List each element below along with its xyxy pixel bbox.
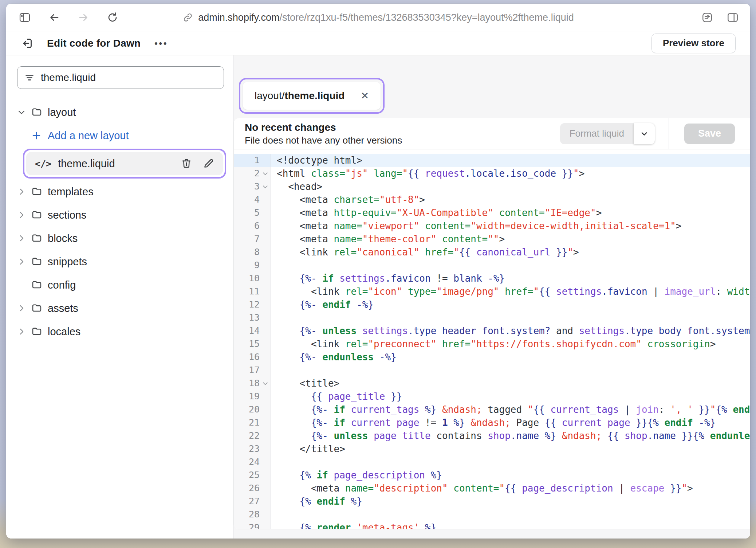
code-line[interactable]: 16 {%- endunless -%} bbox=[234, 351, 750, 364]
code-line[interactable]: 5 <meta http-equiv="X-UA-Compatible" con… bbox=[234, 206, 750, 219]
tree-item-label: locales bbox=[48, 326, 80, 338]
line-number: 11 bbox=[234, 285, 260, 298]
format-liquid-button[interactable]: Format liquid bbox=[560, 123, 634, 144]
code-line-source: {% render 'meta-tags' %} bbox=[271, 521, 750, 529]
add-new-layout-button[interactable]: Add a new layout bbox=[6, 124, 233, 147]
tree-chevron[interactable] bbox=[17, 187, 31, 196]
code-line[interactable]: 3 <head> bbox=[234, 180, 750, 193]
save-button[interactable]: Save bbox=[684, 124, 735, 144]
code-line[interactable]: 29 {% render 'meta-tags' %} bbox=[234, 521, 750, 529]
tree-item-label: templates bbox=[48, 186, 94, 198]
sidebar-item-theme-liquid[interactable]: </>theme.liquid bbox=[26, 152, 223, 175]
code-line-source: {% endif %} bbox=[271, 495, 750, 508]
tree-chevron[interactable] bbox=[17, 211, 31, 219]
code-line[interactable]: 27 {% endif %} bbox=[234, 495, 750, 508]
sidebar-item-templates[interactable]: templates bbox=[6, 180, 233, 203]
more-actions-button[interactable]: ••• bbox=[154, 39, 168, 48]
code-line[interactable]: 15 <link rel="preconnect" href="https://… bbox=[234, 337, 750, 351]
close-icon[interactable]: ✕ bbox=[361, 91, 369, 101]
code-line-source: {%- if current_tags %} &ndash; tagged "{… bbox=[271, 403, 750, 416]
code-line[interactable]: 22 {%- unless page_title contains shop.n… bbox=[234, 429, 750, 442]
line-gutter: 12 bbox=[234, 298, 271, 311]
line-gutter: 7 bbox=[234, 232, 271, 246]
line-gutter: 28 bbox=[234, 508, 271, 521]
line-gutter: 23 bbox=[234, 442, 271, 455]
tree-chevron[interactable] bbox=[17, 257, 31, 266]
code-line[interactable]: 24 bbox=[234, 455, 750, 469]
code-line[interactable]: 20 {%- if current_tags %} &ndash; tagged… bbox=[234, 403, 750, 416]
code-line[interactable]: 7 <meta name="theme-color" content=""> bbox=[234, 232, 750, 246]
line-number: 14 bbox=[234, 324, 260, 337]
code-line-source: <html class="js" lang="{{ request.locale… bbox=[271, 167, 750, 180]
reload-button[interactable] bbox=[107, 12, 118, 23]
plus-icon bbox=[31, 130, 42, 141]
file-tree: layoutAdd a new layout</>theme.liquidtem… bbox=[6, 101, 233, 343]
sidebar-toggle-icon[interactable] bbox=[19, 12, 31, 23]
back-button[interactable] bbox=[48, 12, 60, 23]
chevron-right-icon bbox=[17, 257, 26, 266]
sidebar-item-layout[interactable]: layout bbox=[6, 101, 233, 124]
delete-file-button[interactable] bbox=[181, 158, 192, 169]
fold-toggle[interactable] bbox=[260, 171, 271, 177]
line-gutter: 24 bbox=[234, 455, 271, 469]
line-number: 18 bbox=[234, 377, 260, 390]
line-number: 24 bbox=[234, 455, 260, 469]
code-line[interactable]: 12 {%- endif -%} bbox=[234, 298, 750, 311]
code-line[interactable]: 28 bbox=[234, 508, 750, 521]
code-line[interactable]: 6 <meta name="viewport" content="width=d… bbox=[234, 219, 750, 232]
code-line[interactable]: 26 <meta name="description" content="{{ … bbox=[234, 482, 750, 495]
code-line-source: {%- if settings.favicon != blank -%} bbox=[271, 272, 750, 285]
file-sidebar: layoutAdd a new layout</>theme.liquidtem… bbox=[6, 55, 234, 539]
sidebar-item-assets[interactable]: assets bbox=[6, 297, 233, 320]
address-bar[interactable]: admin.shopify.com/store/rzq1xu-f5/themes… bbox=[182, 4, 574, 31]
sidebar-right-toggle-icon[interactable] bbox=[727, 12, 739, 23]
code-line-source: <meta name="theme-color" content=""> bbox=[271, 232, 750, 246]
search-input[interactable] bbox=[41, 72, 217, 83]
preview-store-button[interactable]: Preview store bbox=[651, 34, 736, 53]
sidebar-item-blocks[interactable]: blocks bbox=[6, 227, 233, 250]
tree-chevron[interactable] bbox=[17, 327, 31, 336]
code-line[interactable]: 10 {%- if settings.favicon != blank -%} bbox=[234, 272, 750, 285]
sidebar-item-snippets[interactable]: snippets bbox=[6, 250, 233, 273]
code-line[interactable]: 18 <title> bbox=[234, 377, 750, 390]
code-line[interactable]: 14 {%- unless settings.type_header_font.… bbox=[234, 324, 750, 337]
code-area[interactable]: 1<!doctype html>2<html class="js" lang="… bbox=[234, 149, 750, 529]
tree-chevron[interactable] bbox=[17, 108, 31, 117]
code-line[interactable]: 25 {% if page_description %} bbox=[234, 469, 750, 482]
code-line[interactable]: 21 {%- if current_page != 1 %} &ndash; P… bbox=[234, 416, 750, 429]
sidebar-item-locales[interactable]: locales bbox=[6, 320, 233, 343]
line-number: 1 bbox=[234, 154, 260, 167]
fold-toggle[interactable] bbox=[260, 380, 271, 387]
code-line[interactable]: 17 bbox=[234, 364, 750, 377]
chevron-right-icon bbox=[17, 327, 26, 336]
code-line[interactable]: 8 <link rel="canonical" href="{{ canonic… bbox=[234, 246, 750, 259]
code-line[interactable]: 13 bbox=[234, 311, 750, 324]
version-status: No recent changes File does not have any… bbox=[234, 118, 560, 149]
line-gutter: 2 bbox=[234, 167, 271, 180]
code-line[interactable]: 2<html class="js" lang="{{ request.local… bbox=[234, 167, 750, 180]
rename-file-button[interactable] bbox=[202, 158, 214, 169]
sidebar-item-config[interactable]: config bbox=[6, 273, 233, 297]
code-line[interactable]: 1<!doctype html> bbox=[234, 154, 750, 167]
tree-chevron[interactable] bbox=[17, 304, 31, 313]
exit-editor-icon[interactable] bbox=[21, 37, 34, 50]
forward-button[interactable] bbox=[78, 12, 89, 23]
file-search-box[interactable] bbox=[17, 66, 224, 89]
sidebar-item-sections[interactable]: sections bbox=[6, 203, 233, 227]
fold-toggle[interactable] bbox=[260, 184, 271, 190]
code-line[interactable]: 11 <link rel="icon" type="image/png" hre… bbox=[234, 285, 750, 298]
code-line[interactable]: 19 {{ page_title }} bbox=[234, 390, 750, 403]
code-line[interactable]: 4 <meta charset="utf-8"> bbox=[234, 193, 750, 206]
page-settings-icon[interactable] bbox=[701, 12, 713, 23]
folder-icon bbox=[31, 302, 43, 314]
code-line[interactable]: 9 bbox=[234, 259, 750, 272]
line-number: 16 bbox=[234, 351, 260, 364]
tab-theme-liquid[interactable]: layout/theme.liquid ✕ bbox=[243, 82, 381, 110]
code-line[interactable]: 23 </title> bbox=[234, 442, 750, 455]
code-line-source: <meta charset="utf-8"> bbox=[271, 193, 750, 206]
file-annotation-outline: </>theme.liquid bbox=[23, 149, 226, 179]
code-line-source: </title> bbox=[271, 442, 750, 455]
tree-chevron[interactable] bbox=[17, 234, 31, 243]
line-number: 6 bbox=[234, 219, 260, 232]
format-dropdown-button[interactable] bbox=[634, 123, 655, 144]
